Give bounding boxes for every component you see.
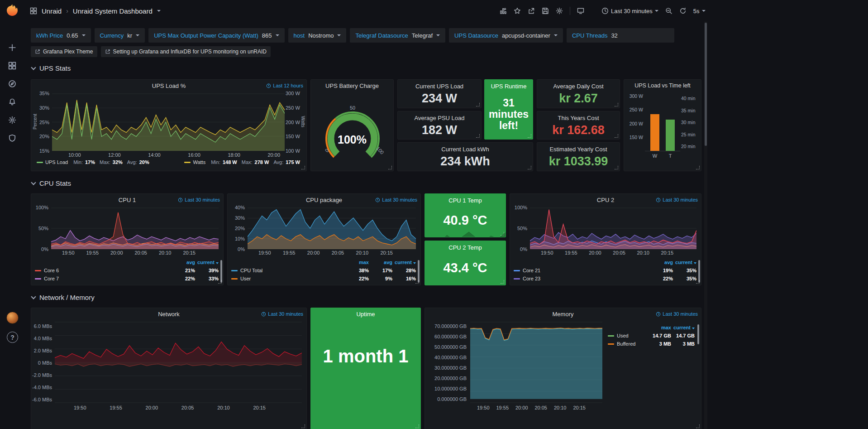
chart-legend[interactable]: avgcurrentCore 621%39%Core 722%33% [35, 258, 219, 283]
stat-value: 234 kWh [438, 153, 493, 171]
y-axis-ticks-right: 300 W250 W200 W150 W100 W [286, 91, 305, 154]
x-axis-ticks: 19:5019:5520:0020:0520:1020:15 [470, 405, 602, 410]
variable-ups-max-watt[interactable]: UPS Max Output Power Capacity (Watt)865 [148, 28, 284, 43]
panel-ups-runtime: UPS Runtime 31 minutes left! [484, 79, 533, 140]
explore-compass-icon[interactable] [0, 76, 24, 92]
dashboard-grid-icon[interactable] [30, 7, 37, 14]
page-scrollbar[interactable] [704, 22, 707, 429]
save-icon[interactable] [542, 7, 549, 14]
bar-time-left [666, 120, 675, 151]
stat-value: 31 minutes left! [485, 90, 533, 139]
star-icon[interactable] [514, 7, 521, 14]
scrollbar-thumb[interactable] [705, 23, 707, 146]
time-series-chart [52, 93, 285, 151]
panel-cpu1-temp: CPU 1 Temp 40.9 °C [424, 193, 506, 237]
grafana-logo-icon[interactable] [5, 3, 19, 18]
row-header-network-memory[interactable]: Network / Memory [32, 294, 95, 301]
panel-ups-battery-charge: UPS Battery Charge 50 0 100 100% [310, 79, 394, 171]
x-axis-ticks: 19:5019:5520:0020:0520:1020:15 [248, 250, 416, 255]
y-axis-ticks-left: 300 W250 W200 W150 W [625, 93, 643, 140]
time-series-chart [530, 207, 696, 249]
chart-legend[interactable]: maxcurrentUsed14.7 GB14.7 GBBuffered3 MB… [608, 323, 695, 348]
panel-time-range[interactable]: Last 30 minutes [261, 311, 303, 317]
gauge-value: 100% [311, 133, 393, 146]
alerting-bell-icon[interactable] [0, 94, 24, 110]
chevron-down-icon[interactable] [157, 10, 161, 12]
stat-value: 43.4 °C [440, 251, 490, 285]
chevron-down-icon [31, 294, 36, 299]
chevron-down-icon [436, 34, 440, 36]
y-axis-ticks: 70.000000 GB60.000000 GB50.000000 GB40.0… [425, 323, 467, 402]
variable-cpu-threads[interactable]: CPU Threads32 [567, 28, 675, 43]
panel-time-range[interactable]: Last 12 hours [266, 83, 303, 88]
bar-labels: WT [645, 153, 680, 159]
row-header-cpu-stats[interactable]: CPU Stats [32, 179, 71, 187]
panel-title[interactable]: UPS Load % [31, 80, 306, 92]
template-variables: kWh Price0.65 Currencykr UPS Max Output … [31, 28, 674, 43]
breadcrumb-folder[interactable]: Unraid [42, 7, 62, 15]
cycle-view-monitor-icon[interactable] [577, 7, 584, 14]
panel-time-range[interactable]: Last 30 minutes [178, 197, 220, 202]
row-header-ups-stats[interactable]: UPS Stats [32, 64, 71, 72]
breadcrumb-separator: › [66, 7, 68, 14]
navbar-actions: Last 30 minutes 5s [500, 0, 706, 22]
panel-ups-load-vs-time-left: UPS Load vs Time left 300 W250 W200 W150… [624, 79, 701, 171]
y-axis-ticks-right: 40 min35 min30 min25 min20 min [681, 96, 700, 149]
bar-ups-load-watts [650, 114, 659, 151]
time-range-picker[interactable]: Last 30 minutes [601, 7, 658, 14]
dashboard-scroll-area: kWh Price0.65 Currencykr UPS Max Output … [24, 22, 705, 429]
link-grafana-plex-theme[interactable]: Grafana Plex Theme [31, 46, 97, 57]
server-admin-shield-icon[interactable] [0, 130, 24, 146]
y-axis-ticks: 100%50%0% [31, 205, 48, 252]
panel-time-range[interactable]: Last 30 minutes [656, 311, 698, 317]
zoom-out-icon[interactable] [665, 7, 672, 14]
chevron-down-icon [31, 65, 36, 70]
legend-scrollbar[interactable] [698, 260, 700, 283]
share-icon[interactable] [528, 7, 535, 14]
page-title[interactable]: Unraid System Dashboard [73, 7, 153, 15]
chevron-down-icon [31, 180, 36, 185]
chart-legend[interactable]: avgcurrentCore 2119%35%Core 2322%35% [514, 258, 696, 283]
panel-ups-load: UPS Load % Last 12 hours Percent Watts 3… [31, 79, 307, 171]
variable-ups-datasource[interactable]: UPS Datasourceapcupsd-container [449, 28, 563, 43]
create-plus-icon[interactable] [0, 40, 24, 55]
time-series-chart [248, 207, 416, 249]
x-axis-ticks: 19:5019:5520:0020:0520:1020:15 [55, 405, 302, 410]
refresh-interval-picker[interactable]: 5s [693, 8, 706, 14]
link-ups-monitoring-guide[interactable]: Setting up Grafana and InfluxDB for UPS … [101, 46, 271, 57]
variable-currency[interactable]: Currencykr [95, 28, 145, 43]
panel-title[interactable]: UPS Battery Charge [311, 80, 393, 92]
panel-title[interactable]: UPS Load vs Time left [624, 80, 701, 92]
add-panel-icon[interactable] [500, 7, 507, 14]
stat-value: 40.9 °C [440, 204, 490, 237]
panel-time-range[interactable]: Last 30 minutes [375, 197, 417, 202]
panel-cpu-package: CPU package Last 30 minutes 40%30%20%10%… [227, 193, 421, 285]
stat-value: kr 2.67 [556, 90, 601, 108]
time-series-chart [470, 322, 602, 403]
settings-gear-icon[interactable] [556, 7, 563, 14]
legend-scrollbar[interactable] [220, 260, 222, 283]
panel-current-ups-load: Current UPS Load 234 W [397, 79, 482, 108]
cpu-threads-input[interactable]: 32 [611, 32, 669, 39]
dashboards-icon[interactable] [0, 58, 24, 73]
panel-cpu1: CPU 1 Last 30 minutes 100%50%0% 19:5019:… [31, 193, 224, 285]
variable-host[interactable]: hostNostromo [288, 28, 347, 43]
panel-uptime: Uptime 1 month 1 [310, 308, 421, 429]
gauge-mid-label: 50 [346, 105, 359, 111]
panel-title[interactable]: Uptime [311, 308, 420, 320]
user-avatar[interactable] [6, 312, 19, 324]
refresh-icon[interactable] [679, 7, 687, 14]
variable-kwh-price[interactable]: kWh Price0.65 [31, 28, 91, 43]
panel-time-range[interactable]: Last 30 minutes [656, 197, 698, 202]
variable-telegraf-datasource[interactable]: Telegraf DatasourceTelegraf [350, 28, 445, 43]
configuration-gear-icon[interactable] [0, 112, 24, 128]
help-icon[interactable]: ? [7, 332, 18, 343]
panel-network: Network Last 30 minutes 6.0 MBs4.0 MBs2.… [31, 308, 307, 429]
legend-scrollbar[interactable] [697, 324, 699, 344]
time-series-chart [51, 207, 219, 249]
clock-icon [601, 7, 609, 14]
external-link-icon [105, 49, 110, 54]
legend-scrollbar[interactable] [418, 260, 420, 283]
y-axis-ticks: 40%30%20%10%0% [228, 205, 245, 252]
chart-legend[interactable]: maxavgcurrentCPU Total38%17%28%User22%9%… [231, 258, 416, 283]
